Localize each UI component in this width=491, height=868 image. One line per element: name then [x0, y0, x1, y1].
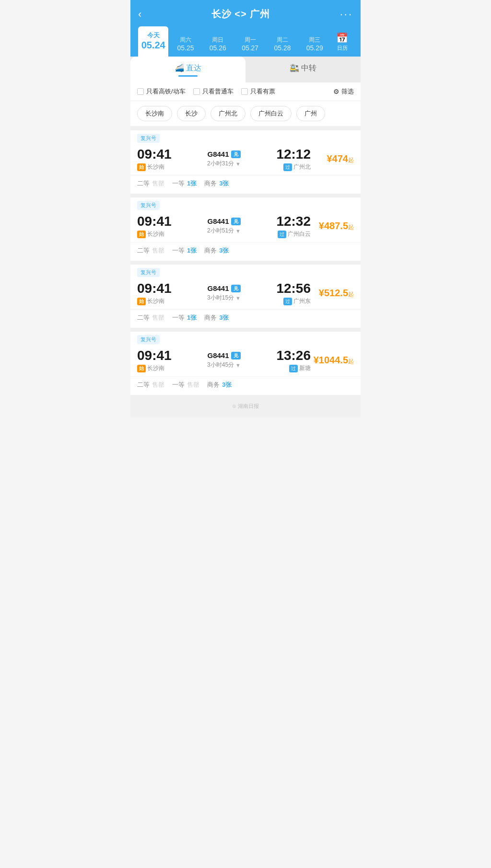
- date-tab-mon[interactable]: 周一05.27: [235, 32, 265, 57]
- train-number-row: G8441 兑: [180, 351, 268, 359]
- checkbox-putong[interactable]: [193, 88, 200, 95]
- tab-direct[interactable]: 🚄直达: [130, 57, 246, 82]
- calendar-button[interactable]: 📅 日历: [332, 32, 353, 57]
- train-duration: 3小时45分 ▼: [180, 361, 268, 369]
- date-tab-sat[interactable]: 周六05.25: [170, 32, 200, 57]
- train-arrive: 12:56 过 广州东: [268, 281, 311, 305]
- filter-ticket[interactable]: 只看有票: [241, 87, 275, 96]
- depart-station-name: 长沙南: [147, 163, 164, 171]
- depart-time: 09:41: [137, 348, 180, 363]
- train-depart: 09:41 始 长沙南: [137, 214, 180, 238]
- date-tab-today[interactable]: 今天05.24: [138, 26, 168, 57]
- date-tab-wed[interactable]: 周三05.29: [300, 32, 330, 57]
- station-chip-cs[interactable]: 长沙: [177, 106, 206, 121]
- train-number: G8441: [207, 150, 229, 158]
- train-price: ¥512.5起: [311, 288, 354, 299]
- arrive-station-name: 新塘: [299, 364, 311, 372]
- ticket-item: 二等 售罄: [137, 246, 164, 255]
- arrive-station-badge: 过: [283, 163, 292, 171]
- back-button[interactable]: ‹: [138, 8, 141, 21]
- train-card-2[interactable]: 复兴号 09:41 始 长沙南 G8441 兑 3小时15分 ▼: [130, 265, 361, 328]
- train-arrive: 12:32 过 广州白云: [268, 214, 311, 238]
- ticket-class: 商务: [204, 313, 217, 322]
- train-card-1[interactable]: 复兴号 09:41 始 长沙南 G8441 兑 2小时51分 ▼: [130, 197, 361, 261]
- chevron-icon: ▼: [235, 362, 241, 368]
- ticket-class: 二等: [137, 381, 150, 389]
- tab-transfer[interactable]: 🚉中转: [246, 57, 361, 82]
- train-duration: 2小时31分 ▼: [180, 160, 268, 168]
- train-middle: G8441 兑 2小时51分 ▼: [180, 217, 268, 235]
- depart-time: 09:41: [137, 281, 180, 296]
- station-chip-gz_baiyun[interactable]: 广州白云: [250, 106, 292, 121]
- chevron-icon: ▼: [235, 161, 241, 167]
- price-suffix: 起: [348, 358, 354, 365]
- chevron-icon: ▼: [235, 228, 241, 234]
- ticket-class: 商务: [204, 179, 217, 188]
- fuxing-badge: 复兴号: [137, 201, 160, 210]
- ticket-item: 一等 1张: [172, 179, 197, 188]
- ticket-item: 二等 售罄: [137, 313, 164, 322]
- arrive-station-badge: 过: [278, 231, 286, 238]
- train-card-header: 复兴号: [130, 265, 361, 279]
- price-suffix: 起: [348, 157, 354, 163]
- train-card-3[interactable]: 复兴号 09:41 始 长沙南 G8441 兑 3小时45分 ▼: [130, 332, 361, 395]
- depart-station: 始 长沙南: [137, 163, 180, 171]
- ticket-avail: 3张: [219, 246, 229, 255]
- station-chip-gz_bei[interactable]: 广州北: [210, 106, 246, 121]
- train-depart: 09:41 始 长沙南: [137, 281, 180, 305]
- page-title: 长沙 <> 广州: [211, 8, 270, 21]
- price-suffix: 起: [348, 224, 354, 231]
- filter-label-ticket: 只看有票: [250, 87, 275, 96]
- filter-button[interactable]: ⚙筛选: [333, 87, 354, 96]
- arrive-station-name: 广州北: [293, 163, 311, 171]
- depart-station-badge: 始: [137, 365, 146, 372]
- ticket-item: 一等 售罄: [172, 381, 199, 389]
- train-number-row: G8441 兑: [180, 217, 268, 225]
- train-num-badge: 兑: [231, 150, 241, 158]
- train-duration: 2小时51分 ▼: [180, 227, 268, 235]
- arrive-station-badge: 过: [289, 365, 298, 372]
- train-main: 09:41 始 长沙南 G8441 兑 3小时45分 ▼ 13:26: [130, 346, 361, 376]
- date-tab-tue[interactable]: 周二05.28: [267, 32, 297, 57]
- ticket-item: 一等 1张: [172, 313, 197, 322]
- tab-bar: 🚄直达🚉中转: [130, 57, 361, 82]
- train-card-0[interactable]: 复兴号 09:41 始 长沙南 G8441 兑 2小时31分 ▼: [130, 130, 361, 194]
- checkbox-ticket[interactable]: [241, 88, 248, 95]
- date-tabs: 今天05.24周六05.25周日05.26周一05.27周二05.28周三05.…: [138, 26, 353, 57]
- arrive-time: 12:32: [268, 214, 311, 229]
- arrive-station: 过 广州白云: [268, 230, 311, 238]
- ticket-avail: 3张: [219, 313, 229, 322]
- filter-gaotie[interactable]: 只看高铁/动车: [137, 87, 186, 96]
- ticket-class: 商务: [204, 246, 217, 255]
- more-button[interactable]: ···: [340, 8, 353, 21]
- main-content: 🚄直达🚉中转 只看高铁/动车只看普通车只看有票⚙筛选 长沙南长沙广州北广州白云广…: [130, 57, 361, 417]
- ticket-avail: 3张: [222, 381, 232, 389]
- train-card-header: 复兴号: [130, 332, 361, 346]
- tab-icon-transfer: 🚉: [290, 64, 299, 72]
- train-price: ¥474起: [311, 153, 354, 164]
- chevron-icon: ▼: [235, 295, 241, 301]
- filter-putong[interactable]: 只看普通车: [193, 87, 234, 96]
- arrive-time: 13:26: [268, 348, 311, 363]
- ticket-class: 商务: [207, 381, 220, 389]
- depart-station-badge: 始: [137, 163, 146, 171]
- station-filter: 长沙南长沙广州北广州白云广州: [130, 101, 361, 127]
- arrive-station: 过 新塘: [268, 364, 311, 372]
- train-card-header: 复兴号: [130, 130, 361, 145]
- fuxing-badge: 复兴号: [137, 268, 160, 277]
- train-number-row: G8441 兑: [180, 150, 268, 158]
- fuxing-badge: 复兴号: [137, 134, 160, 143]
- ticket-item: 二等 售罄: [137, 381, 164, 389]
- filter-row: 只看高铁/动车只看普通车只看有票⚙筛选: [130, 82, 361, 101]
- filter-label-putong: 只看普通车: [202, 87, 234, 96]
- header-top: ‹ 长沙 <> 广州 ···: [138, 8, 353, 26]
- station-chip-gz[interactable]: 广州: [296, 106, 325, 121]
- train-main: 09:41 始 长沙南 G8441 兑 3小时15分 ▼ 12:56: [130, 279, 361, 309]
- depart-station: 始 长沙南: [137, 364, 180, 372]
- duration-text: 2小时31分: [207, 160, 234, 168]
- ticket-avail: 售罄: [152, 313, 164, 322]
- date-tab-sun[interactable]: 周日05.26: [203, 32, 233, 57]
- station-chip-cs_nan[interactable]: 长沙南: [137, 106, 172, 121]
- checkbox-gaotie[interactable]: [137, 88, 144, 95]
- depart-station: 始 长沙南: [137, 230, 180, 238]
